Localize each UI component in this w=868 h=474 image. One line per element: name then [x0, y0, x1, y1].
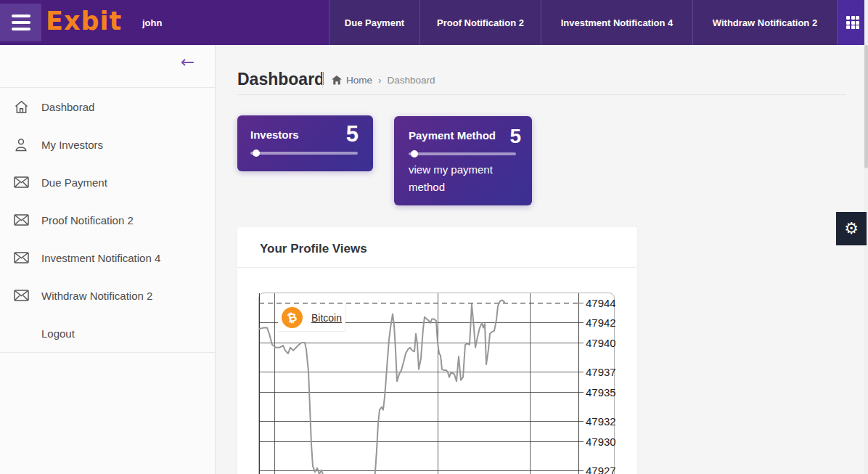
sidebar-header: ← — [0, 45, 215, 88]
breadcrumb: Home › Dashboard — [332, 75, 435, 86]
svg-text:47932: 47932 — [586, 415, 615, 428]
sidebar-item-dashboard[interactable]: Dashborad — [0, 88, 215, 126]
bitcoin-icon: ₿ — [282, 307, 303, 328]
home-icon — [332, 75, 342, 85]
nav-item-investment-notification[interactable]: Investment Notification 4 — [541, 0, 692, 45]
hamburger-menu-button[interactable] — [0, 4, 41, 41]
sidebar-item-label: Dashborad — [41, 101, 94, 113]
investors-count: 5 — [346, 121, 359, 147]
apps-grid-button[interactable] — [837, 0, 868, 45]
profile-views-panel: Your Profile Views 47944.479424794047937… — [237, 227, 637, 474]
envelope-icon — [13, 252, 29, 263]
sidebar-item-my-investors[interactable]: My Investors — [0, 126, 215, 163]
sidebar-item-withdraw-notification[interactable]: Withdraw Notification 2 — [0, 277, 215, 314]
person-icon — [13, 138, 29, 152]
header-divider — [237, 94, 846, 95]
svg-text:47927: 47927 — [586, 465, 615, 474]
investors-progress-slider[interactable] — [250, 152, 358, 155]
home-icon — [13, 100, 29, 114]
payment-method-card: Payment Method 5 view my payment method — [394, 116, 532, 205]
envelope-icon — [13, 290, 29, 301]
breadcrumb-current: Dashboard — [388, 75, 435, 86]
envelope-icon — [13, 176, 29, 188]
top-navbar: Exbit john Due Payment Proof Notificatio… — [0, 0, 868, 45]
hamburger-icon — [12, 15, 30, 17]
sidebar: ← Dashborad My Investors Due Payment — [0, 45, 216, 474]
navbar-menu: Due Payment Proof Notification 2 Investm… — [329, 0, 837, 45]
svg-text:47942: 47942 — [586, 316, 615, 329]
envelope-icon — [13, 214, 29, 226]
bitcoin-price-chart: 47944.4794247940479374793547932479304792… — [258, 293, 615, 474]
breadcrumb-separator: › — [378, 75, 382, 86]
svg-text:47937: 47937 — [586, 366, 615, 378]
payment-card-title: Payment Method — [409, 129, 496, 142]
svg-text:47935: 47935 — [586, 386, 615, 399]
view-payment-method-link[interactable]: view my payment method — [409, 161, 525, 196]
nav-item-due-payment[interactable]: Due Payment — [329, 0, 419, 45]
chart-legend-bitcoin[interactable]: ₿ Bitcoin — [278, 304, 345, 332]
sidebar-item-label: Investment Notification 4 — [41, 252, 160, 264]
sidebar-item-label: Logout — [41, 327, 75, 340]
collapse-sidebar-button[interactable]: ← — [181, 54, 195, 70]
nav-item-withdraw-notification[interactable]: Withdraw Notification 2 — [692, 0, 837, 45]
payment-method-count: 5 — [509, 125, 521, 148]
sidebar-item-label: My Investors — [41, 139, 103, 151]
panel-divider — [237, 267, 637, 268]
page-title: Dashboard — [237, 70, 324, 89]
panel-title: Your Profile Views — [260, 242, 367, 256]
svg-text:47930: 47930 — [586, 436, 615, 448]
slider-knob[interactable] — [253, 150, 260, 157]
grid-icon — [846, 16, 859, 29]
app-root: Exbit john Due Payment Proof Notificatio… — [0, 0, 868, 474]
scrollbar-thumb[interactable] — [864, 45, 868, 168]
payment-progress-slider[interactable] — [409, 152, 516, 155]
investors-card-title: Investors — [250, 128, 299, 141]
sidebar-item-label: Withdraw Notification 2 — [41, 290, 152, 302]
sidebar-menu: Dashborad My Investors Due Payment Proof… — [0, 88, 215, 352]
sidebar-item-label: Proof Notification 2 — [41, 214, 134, 226]
gear-icon: ⚙ — [844, 221, 859, 237]
svg-text:47944.: 47944. — [586, 297, 615, 309]
brand-logo[interactable]: Exbit — [46, 7, 122, 36]
investors-card: Investors 5 — [237, 115, 373, 171]
title-separator — [322, 72, 323, 88]
sidebar-item-investment-notification[interactable]: Investment Notification 4 — [0, 239, 215, 277]
sidebar-item-label: Due Payment — [41, 176, 107, 189]
username-label: john — [142, 17, 162, 28]
sidebar-divider — [0, 352, 215, 353]
sidebar-item-logout[interactable]: Logout — [0, 314, 215, 352]
legend-label: Bitcoin — [311, 312, 342, 324]
nav-item-proof-notification[interactable]: Proof Notification 2 — [419, 0, 541, 45]
svg-text:47940: 47940 — [586, 337, 615, 349]
sidebar-item-proof-notification[interactable]: Proof Notification 2 — [0, 201, 215, 239]
sidebar-item-due-payment[interactable]: Due Payment — [0, 163, 215, 201]
settings-gear-button[interactable]: ⚙ — [836, 212, 867, 245]
slider-knob[interactable] — [411, 150, 418, 158]
breadcrumb-home-link[interactable]: Home — [332, 75, 372, 86]
